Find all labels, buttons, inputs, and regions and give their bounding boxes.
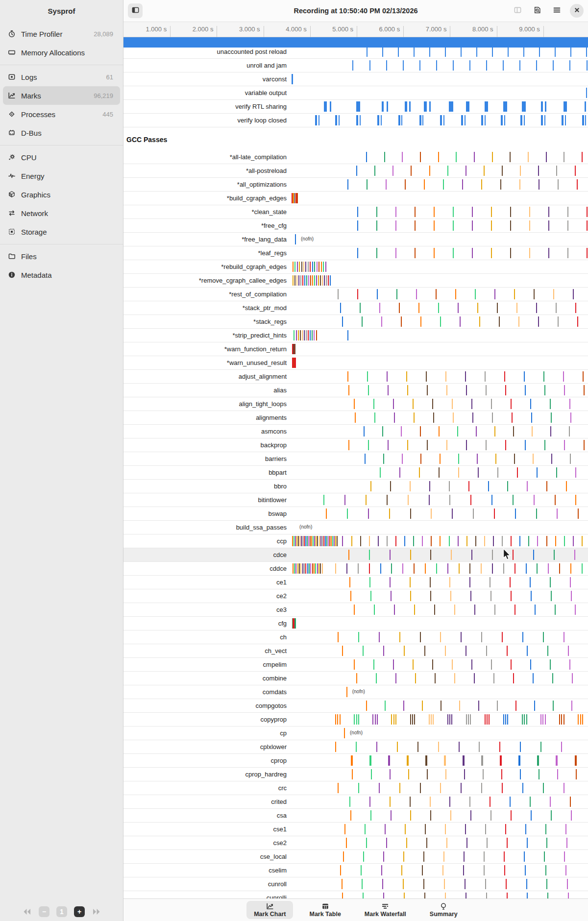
chart-row-build-ssa-passes[interactable]: build_ssa_passes (nofn) [123, 521, 588, 534]
chart-row-combine[interactable]: combine [123, 672, 588, 685]
chart-row-cprop[interactable]: cprop [123, 754, 588, 768]
mark-tick [440, 454, 441, 464]
chart-row-ce2[interactable]: ce2 [123, 589, 588, 603]
mark-tick [543, 371, 544, 382]
chart-row-stack-regs[interactable]: *stack_regs [123, 315, 588, 329]
chart-row-unroll-and-jam[interactable]: unroll and jam [123, 59, 588, 73]
chart-row-ccp[interactable]: ccp [123, 534, 588, 548]
chart-row-build-cgraph-edges[interactable]: *build_cgraph_edges [123, 192, 588, 205]
summary-icon [440, 902, 447, 910]
chart-row-free-lang-data[interactable]: *free_lang_data (nofn) [123, 233, 588, 246]
chart-row-cse2[interactable]: cse2 [123, 836, 588, 850]
sidebar-item-processes[interactable]: Processes 445 [3, 105, 120, 123]
sidebar-item-time-profiler[interactable]: Time Profiler 28,089 [3, 24, 120, 43]
chart-row-bbpart[interactable]: bbpart [123, 466, 588, 480]
chart-row-cmpelim[interactable]: cmpelim [123, 658, 588, 672]
full-span-mark-bar[interactable] [123, 37, 588, 48]
sidebar-item-memory-allocations[interactable]: Memory Allocations [3, 43, 120, 62]
sidebar-item-marks[interactable]: Marks 96,219 [3, 86, 120, 105]
chart-row-varconst[interactable]: varconst [123, 73, 588, 86]
chart-row-cddce[interactable]: cddce [123, 562, 588, 576]
chart-row-cse-local[interactable]: cse_local [123, 850, 588, 864]
chart-row-all-late-compilation[interactable]: *all-late_compilation [123, 150, 588, 164]
chart-row-free-cfg[interactable]: *free_cfg [123, 219, 588, 233]
chart-row-stack-ptr-mod[interactable]: *stack_ptr_mod [123, 301, 588, 315]
chart-row-verify-rtl-sharing[interactable]: verify RTL sharing [123, 100, 588, 114]
zoom-one-icon[interactable]: 1 [56, 906, 67, 917]
sidebar-item-network[interactable]: Network [3, 204, 120, 222]
chart-row-cunrolli[interactable]: cunrolli [123, 891, 588, 898]
sidebar-item-d-bus[interactable]: D-Bus [3, 123, 120, 142]
chart-row-cdce[interactable]: cdce [123, 548, 588, 562]
record-search-button[interactable] [530, 3, 544, 18]
zoom-out-icon[interactable]: − [39, 906, 49, 917]
tab-summary[interactable]: Summary [422, 901, 465, 919]
mark-tick [316, 275, 317, 286]
chart-row-barriers[interactable]: barriers [123, 452, 588, 466]
chart-row-cprop-hardreg[interactable]: cprop_hardreg [123, 768, 588, 781]
mark-tick [447, 166, 448, 176]
chart-row-backprop[interactable]: backprop [123, 438, 588, 452]
chart-row-csa[interactable]: csa [123, 809, 588, 823]
chart-row-alias[interactable]: alias [123, 384, 588, 397]
tab-mark-table[interactable]: Mark Table [302, 901, 348, 919]
tab-mark-waterfall[interactable]: Mark Waterfall [357, 901, 414, 919]
time-ruler[interactable]: 1.000 s 2.000 s 3.000 s 4.000 s [123, 22, 588, 37]
chart-row-rebuild-cgraph-edges[interactable]: *rebuild_cgraph_edges [123, 260, 588, 274]
chart-row-compgotos[interactable]: compgotos [123, 699, 588, 713]
mark-tick [366, 838, 367, 848]
chart-row-strip-predict-hints[interactable]: *strip_predict_hints [123, 329, 588, 342]
chart-row-bitintlower[interactable]: bitintlower [123, 493, 588, 507]
chart-row-cunroll[interactable]: cunroll [123, 877, 588, 891]
chart-row-ch-vect[interactable]: ch_vect [123, 644, 588, 658]
close-button[interactable] [570, 4, 584, 18]
chart-row-asmcons[interactable]: asmcons [123, 425, 588, 438]
mark-tick [463, 865, 464, 875]
chart-row-all-optimizations[interactable]: *all_optimizations [123, 178, 588, 192]
mark-tick [552, 673, 553, 683]
mark-tick [567, 248, 568, 258]
chart-row-crited[interactable]: crited [123, 795, 588, 809]
chart-row-cplxlower[interactable]: cplxlower [123, 740, 588, 754]
sidebar-item-cpu[interactable]: CPU [3, 148, 120, 167]
chart-row-remove-cgraph-callee-edges[interactable]: *remove_cgraph_callee_edges [123, 274, 588, 288]
chart-row-rest-of-compilation[interactable]: *rest_of_compilation [123, 288, 588, 301]
chart-row-warn-function-return[interactable]: *warn_function_return [123, 342, 588, 356]
main-menu-button[interactable] [549, 3, 564, 18]
tab-mark-chart[interactable]: Mark Chart [246, 901, 293, 919]
chart-row-verify-loop-closed[interactable]: verify loop closed [123, 114, 588, 127]
mark-tick [513, 673, 514, 683]
zoom-in-icon[interactable]: + [74, 906, 85, 917]
chart-row-leaf-regs[interactable]: *leaf_regs [123, 246, 588, 260]
sidebar-item-graphics[interactable]: Graphics [3, 185, 120, 204]
chart-row-adjust-alignment[interactable]: adjust_alignment [123, 370, 588, 384]
chart-row-clean-state[interactable]: *clean_state [123, 205, 588, 219]
chart-row-alignments[interactable]: alignments [123, 411, 588, 425]
skip-forward-icon[interactable] [92, 907, 101, 917]
sidebar-item-logs[interactable]: Logs 61 [3, 68, 120, 86]
chart-row-ch[interactable]: ch [123, 630, 588, 644]
mark-tick [308, 330, 309, 340]
mark-chart[interactable]: unaccounted post reload unroll and jam v… [123, 37, 588, 898]
chart-row-crc[interactable]: crc [123, 781, 588, 795]
sidebar-item-energy[interactable]: Energy [3, 167, 120, 185]
chart-row-cselim[interactable]: cselim [123, 864, 588, 877]
skip-backward-icon[interactable] [22, 907, 32, 917]
chart-row-cfg[interactable]: cfg [123, 617, 588, 630]
split-view-button[interactable] [510, 3, 525, 18]
chart-row-cp[interactable]: cp (nofn) [123, 727, 588, 740]
chart-row-warn-unused-result[interactable]: *warn_unused_result [123, 356, 588, 370]
sidebar-item-storage[interactable]: Storage [3, 222, 120, 241]
chart-row-align-tight-loops[interactable]: align_tight_loops [123, 397, 588, 411]
sidebar-item-files[interactable]: Files [3, 247, 120, 266]
sidebar-item-metadata[interactable]: Metadata [3, 266, 120, 284]
chart-row-bbro[interactable]: bbro [123, 480, 588, 493]
chart-row-cse1[interactable]: cse1 [123, 823, 588, 836]
chart-row-ce3[interactable]: ce3 [123, 603, 588, 617]
chart-row-copyprop[interactable]: copyprop [123, 713, 588, 727]
chart-row-variable-output[interactable]: variable output [123, 86, 588, 100]
chart-row-all-postreload[interactable]: *all-postreload [123, 164, 588, 178]
chart-row-comdats[interactable]: comdats (nofn) [123, 685, 588, 699]
chart-row-ce1[interactable]: ce1 [123, 576, 588, 589]
chart-row-bswap[interactable]: bswap [123, 507, 588, 521]
